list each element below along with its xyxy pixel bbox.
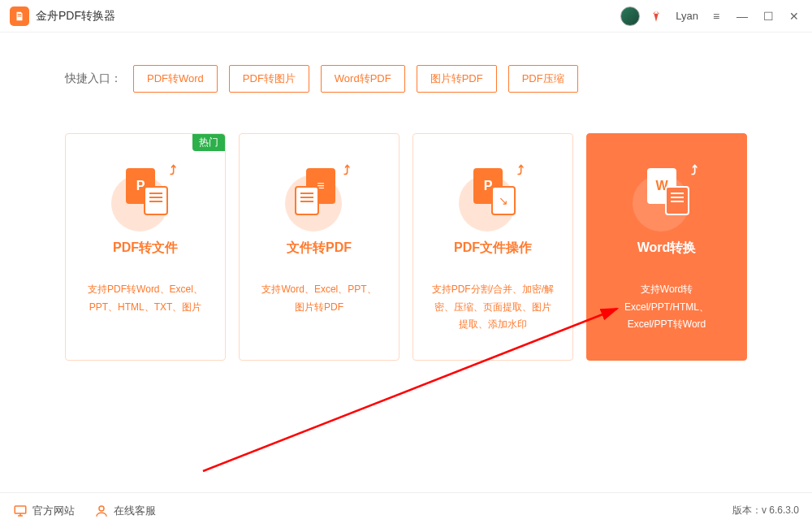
convert-arrow-icon: ⤴: [517, 163, 524, 178]
vip-diamond-icon[interactable]: [650, 10, 663, 23]
card-icon: W ⤴: [600, 158, 733, 223]
maximize-button[interactable]: ☐: [760, 8, 776, 24]
file-icon-front: [491, 186, 516, 215]
card-desc: 支持Word转Excel/PPT/HTML、Excel/PPT转Word: [600, 281, 733, 334]
quick-entry-row: 快捷入口： PDF转Word PDF转图片 Word转PDF 图片转PDF PD…: [65, 65, 747, 93]
card-title: PDF文件操作: [426, 240, 559, 257]
footer-website-label: 官方网站: [32, 504, 75, 518]
footer-support-label: 在线客服: [114, 504, 156, 518]
card-title: Word转换: [600, 240, 733, 257]
card-file-to-pdf[interactable]: ≡ ⤴ 文件转PDF 支持Word、Excel、PPT、图片转PDF: [239, 133, 400, 361]
convert-arrow-icon: ⤴: [691, 163, 698, 178]
card-icon: P ⤴: [79, 158, 212, 223]
card-desc: 支持PDF分割/合并、加密/解密、压缩、页面提取、图片提取、添加水印: [426, 281, 559, 334]
app-title: 金舟PDF转换器: [36, 9, 115, 24]
quick-word-to-pdf[interactable]: Word转PDF: [321, 65, 405, 93]
online-support-link[interactable]: 在线客服: [94, 504, 156, 518]
file-icon-front: [144, 186, 168, 215]
feature-cards: 热门 P ⤴ PDF转文件 支持PDF转Word、Excel、PPT、HTML、…: [65, 133, 747, 361]
card-title: 文件转PDF: [253, 240, 386, 257]
quick-image-to-pdf[interactable]: 图片转PDF: [417, 65, 497, 93]
minimize-button[interactable]: —: [734, 8, 750, 24]
quick-entry-label: 快捷入口：: [65, 71, 122, 86]
card-pdf-operations[interactable]: P ⤴ PDF文件操作 支持PDF分割/合并、加密/解密、压缩、页面提取、图片提…: [412, 133, 573, 361]
monitor-icon: [13, 504, 28, 518]
card-desc: 支持Word、Excel、PPT、图片转PDF: [253, 281, 386, 316]
titlebar: 金舟PDF转换器 Lyan ≡ — ☐ ✕: [0, 0, 812, 32]
file-icon-front: [295, 186, 319, 215]
file-icon-front: [665, 186, 689, 215]
quick-pdf-to-word[interactable]: PDF转Word: [133, 65, 218, 93]
official-website-link[interactable]: 官方网站: [13, 504, 75, 518]
close-button[interactable]: ✕: [786, 8, 802, 24]
headset-icon: [94, 504, 109, 518]
titlebar-right: Lyan ≡ — ☐ ✕: [620, 6, 802, 26]
app-logo-icon: [10, 6, 29, 26]
card-icon: ≡ ⤴: [253, 158, 386, 223]
svg-rect-0: [15, 506, 26, 513]
convert-arrow-icon: ⤴: [343, 163, 350, 178]
card-icon: P ⤴: [426, 158, 559, 223]
version-text: 版本：v 6.6.3.0: [732, 504, 799, 517]
menu-button[interactable]: ≡: [708, 8, 724, 24]
card-word-convert[interactable]: W ⤴ Word转换 支持Word转Excel/PPT/HTML、Excel/P…: [586, 133, 747, 361]
quick-pdf-compress[interactable]: PDF压缩: [508, 65, 578, 93]
hot-badge: 热门: [192, 134, 225, 151]
main-content: 快捷入口： PDF转Word PDF转图片 Word转PDF 图片转PDF PD…: [0, 32, 812, 361]
username[interactable]: Lyan: [676, 10, 698, 22]
user-avatar[interactable]: [620, 6, 640, 26]
footer: 官方网站 在线客服 版本：v 6.6.3.0: [0, 492, 812, 528]
card-pdf-to-file[interactable]: 热门 P ⤴ PDF转文件 支持PDF转Word、Excel、PPT、HTML、…: [65, 133, 226, 361]
svg-point-1: [99, 506, 104, 511]
quick-pdf-to-image[interactable]: PDF转图片: [229, 65, 309, 93]
convert-arrow-icon: ⤴: [170, 163, 176, 178]
card-desc: 支持PDF转Word、Excel、PPT、HTML、TXT、图片: [79, 281, 212, 316]
card-title: PDF转文件: [79, 240, 212, 257]
